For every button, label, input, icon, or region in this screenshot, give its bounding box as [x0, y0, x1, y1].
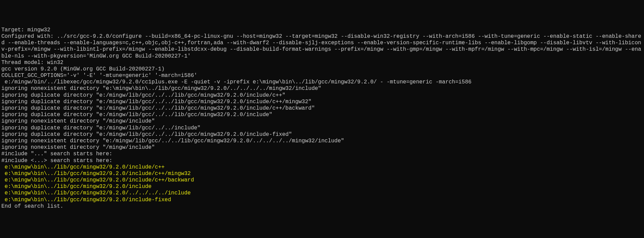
- terminal-line: e:\mingw\bin\../lib/gcc/mingw32/9.2.0/in…: [1, 184, 643, 190]
- terminal-line: ignoring duplicate directory "e:/mingw/l…: [1, 125, 643, 131]
- terminal-line: e:\mingw\bin\../lib/gcc/mingw32/9.2.0/in…: [1, 177, 643, 184]
- terminal-line: #include <...> search starts here:: [1, 158, 643, 164]
- terminal-output: Target: mingw32Configured with: ../src/g…: [1, 27, 643, 210]
- terminal-line: Configured with: ../src/gcc-9.2.0/config…: [1, 33, 643, 60]
- terminal-line: e:\mingw\bin\../lib/gcc/mingw32/9.2.0/..…: [1, 190, 643, 196]
- terminal-line: e:\mingw\bin\../lib/gcc/mingw32/9.2.0/in…: [1, 171, 643, 177]
- terminal-line: Target: mingw32: [1, 27, 643, 33]
- terminal-line: ignoring duplicate directory "e:/mingw/l…: [1, 131, 643, 138]
- terminal-line: ignoring nonexistent directory "/mingw/i…: [1, 144, 643, 151]
- terminal-line: e:/mingw/bin/../libexec/gcc/mingw32/9.2.…: [1, 79, 643, 85]
- terminal-line: ignoring duplicate directory "e:/mingw/l…: [1, 99, 643, 105]
- terminal-line: #include "..." search starts here:: [1, 151, 643, 157]
- terminal-line: ignoring nonexistent directory "/mingw/i…: [1, 118, 643, 125]
- terminal-line: ignoring duplicate directory "e:/mingw/l…: [1, 105, 643, 112]
- terminal-line: End of search list.: [1, 203, 643, 210]
- terminal-line: gcc version 9.2.0 (MinGW.org GCC Build-2…: [1, 66, 643, 73]
- terminal-line: COLLECT_GCC_OPTIONS='-v' '-E' '-mtune=ge…: [1, 73, 643, 79]
- terminal-line: e:\mingw\bin\../lib/gcc/mingw32/9.2.0/in…: [1, 164, 643, 171]
- terminal-line: ignoring duplicate directory "e:/mingw/l…: [1, 112, 643, 118]
- terminal-line: Thread model: win32: [1, 60, 643, 66]
- terminal-line: ignoring duplicate directory "e:/mingw/l…: [1, 92, 643, 99]
- terminal-line: ignoring nonexistent directory "e:/mingw…: [1, 138, 643, 144]
- terminal-line: ignoring nonexistent directory "e:\mingw…: [1, 85, 643, 92]
- terminal-line: e:\mingw\bin\../lib/gcc/mingw32/9.2.0/in…: [1, 197, 643, 203]
